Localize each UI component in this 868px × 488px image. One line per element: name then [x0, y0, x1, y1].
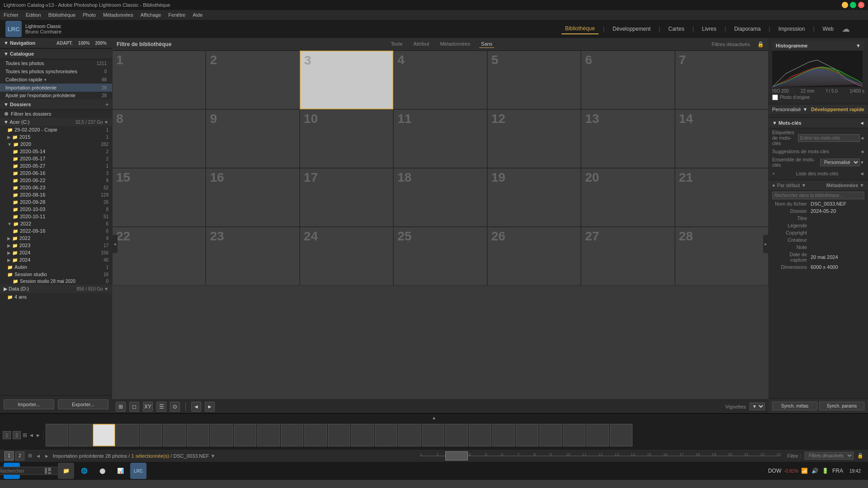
filmstrip-page-1[interactable]: 1 — [3, 431, 11, 439]
filmstrip-thumb-4[interactable] — [116, 424, 139, 446]
menu-photo[interactable]: Photo — [83, 12, 96, 18]
folder-29022020[interactable]: 📁 29-02-2020 - Copie 1 — [0, 126, 112, 133]
sort-select[interactable]: ▼ — [750, 403, 765, 410]
grid-cell-28[interactable]: 28 — [675, 227, 769, 286]
task-view-btn[interactable] — [40, 463, 56, 479]
filter-lock-icon[interactable]: 🔒 — [757, 41, 764, 47]
filter-tab-texte[interactable]: Texte — [389, 40, 404, 48]
nav-cartes[interactable]: Cartes — [665, 24, 688, 34]
catalogue-all-photos[interactable]: Toutes les photos 1211 — [0, 59, 112, 67]
timeline-thumb[interactable] — [445, 451, 468, 460]
kw-ensemble-select[interactable]: Personnalisé — [820, 159, 860, 166]
folder-2022b[interactable]: ▶ 📁 2022 9 — [0, 235, 112, 242]
grid-cell-22[interactable]: 22 — [112, 227, 206, 286]
folder-2020[interactable]: ▼ 📁 2020 282 — [0, 141, 112, 148]
edge-btn[interactable]: 🌐 — [76, 463, 92, 479]
filmstrip-thumb-13[interactable] — [328, 424, 350, 446]
page-num-2[interactable]: 2 — [15, 451, 24, 460]
grid-cell-8[interactable]: 8 — [112, 109, 206, 168]
close-button[interactable]: ✕ — [858, 2, 864, 8]
catalogue-synced-photos[interactable]: Toutes les photos synchronisées 0 — [0, 67, 112, 75]
status-filter-select[interactable]: Filtres désactivés — [805, 452, 854, 460]
nav-impression[interactable]: Impression — [775, 24, 809, 34]
grid-cell-14[interactable]: 14 — [675, 109, 769, 168]
nav-bibliotheque[interactable]: Bibliothèque — [561, 23, 599, 34]
nav-diaporama[interactable]: Diaporama — [731, 24, 764, 34]
grid-cell-4[interactable]: 4 — [393, 51, 487, 109]
menu-bibliotheque[interactable]: Bibliothèque — [48, 12, 76, 18]
folder-data-child[interactable]: 📁 4 ans — [0, 293, 112, 300]
grid-cell-27[interactable]: 27 — [581, 227, 675, 286]
filmstrip-thumb-19[interactable] — [469, 424, 491, 446]
dev-rapide-header[interactable]: Personnalisé ▼ Développement rapide — [769, 104, 868, 115]
filmstrip-thumb-5[interactable] — [140, 424, 162, 446]
filter-tab-sans[interactable]: Sans — [479, 40, 494, 48]
filter-tab-attribut[interactable]: Attribut — [412, 40, 431, 48]
synch-params-button[interactable]: Synch. params — [819, 402, 864, 410]
grid-cell-11[interactable]: 11 — [393, 109, 487, 168]
filmstrip-thumb-22[interactable] — [539, 424, 562, 446]
menu-aide[interactable]: Aide — [193, 12, 203, 18]
lightroom-btn[interactable]: LRC — [130, 463, 146, 479]
folder-2022-exp[interactable]: ▼ 📁 2022 6 — [0, 220, 112, 227]
folder-2024a[interactable]: ▶ 📁 2024 156 — [0, 249, 112, 256]
folder-20220916[interactable]: 📁 2022-09-16 6 — [0, 227, 112, 235]
view-compare-button[interactable]: XY — [143, 402, 153, 412]
dossiers-header[interactable]: ▼ Dossiers + — [0, 99, 112, 110]
nav-developpement[interactable]: Développement — [609, 24, 654, 34]
grid-cell-6[interactable]: 6 — [581, 51, 675, 109]
catalogue-quick-collection[interactable]: Collection rapide + 88 — [0, 75, 112, 84]
synch-metas-button[interactable]: Synch. métas — [772, 402, 817, 410]
filmstrip-thumb-21[interactable] — [516, 424, 538, 446]
nav-web[interactable]: Web — [819, 24, 837, 34]
filmstrip-nav-right[interactable]: ► — [36, 432, 41, 438]
grid-cell-7[interactable]: 7 — [675, 51, 769, 109]
drive-acer[interactable]: ▼ Acer (C:) 32,5 / 237 Go ▼ — [0, 118, 112, 126]
tray-speaker-icon[interactable]: 🔊 — [811, 468, 819, 474]
view-loupe-button[interactable]: ◻ — [129, 402, 139, 412]
filmstrip-thumb-6[interactable] — [163, 424, 186, 446]
grid-cell-3[interactable]: 3 — [300, 51, 393, 109]
status-filter-lock[interactable]: 🔒 — [857, 453, 863, 459]
nav-livres[interactable]: Livres — [698, 24, 720, 34]
grid-cell-12[interactable]: 12 — [487, 109, 581, 168]
maximize-button[interactable]: □ — [850, 2, 856, 8]
nav-next-button[interactable]: ► — [205, 402, 215, 412]
drive-data[interactable]: ▶ Data (D:) 856 / 910 Go ▼ — [0, 285, 112, 293]
grid-cell-19[interactable]: 19 — [487, 168, 581, 227]
folder-2015[interactable]: ▶ 📁 2015 1 — [0, 133, 112, 141]
filmstrip-thumb-16[interactable] — [398, 424, 421, 446]
filmstrip-thumb-10[interactable] — [257, 424, 280, 446]
filmstrip-thumb-8[interactable] — [210, 424, 233, 446]
grid-cell-5[interactable]: 5 — [487, 51, 581, 109]
nav-prev-button[interactable]: ◄ — [191, 402, 201, 412]
menu-metadonnees[interactable]: Métadonnées — [103, 12, 133, 18]
add-keywords-icon[interactable]: + — [772, 171, 775, 176]
view-people-button[interactable]: ⊙ — [170, 402, 180, 412]
filmstrip-thumb-20[interactable] — [492, 424, 515, 446]
filmstrip-thumb-14[interactable] — [351, 424, 374, 446]
folder-20200517[interactable]: 📁 2020-05-17 2 — [0, 155, 112, 162]
chrome-btn[interactable]: ⬤ — [94, 463, 110, 479]
zoom-100[interactable]: 100% — [76, 41, 92, 46]
filmstrip-thumb-9[interactable] — [234, 424, 256, 446]
grid-cell-17[interactable]: 17 — [300, 168, 393, 227]
filmstrip-thumb-11[interactable] — [281, 424, 303, 446]
filmstrip-grid-icon[interactable]: ⊞ — [23, 432, 27, 438]
filmstrip-thumb-15[interactable] — [375, 424, 397, 446]
nav-right-icon[interactable]: ► — [44, 453, 49, 459]
grid-view-icon[interactable]: ⊞ — [28, 453, 32, 459]
filmstrip-page-2[interactable]: 2 — [13, 431, 21, 439]
menu-fenetre[interactable]: Fenêtre — [168, 12, 185, 18]
folder-2024b[interactable]: ▶ 📁 2024 40 — [0, 256, 112, 263]
grid-cell-15[interactable]: 15 — [112, 168, 206, 227]
folder-20200623[interactable]: 📁 2020-06-23 52 — [0, 184, 112, 191]
grid-cell-9[interactable]: 9 — [206, 109, 299, 168]
grid-cell-18[interactable]: 18 — [393, 168, 487, 227]
filmstrip-thumb-18[interactable] — [445, 424, 468, 446]
meta-search-input[interactable] — [772, 192, 864, 199]
grid-cell-26[interactable]: 26 — [487, 227, 581, 286]
histogram-header[interactable]: Histogramme ▼ — [772, 41, 864, 51]
grid-cell-16[interactable]: 16 — [206, 168, 299, 227]
origin-checkbox[interactable] — [772, 94, 778, 100]
